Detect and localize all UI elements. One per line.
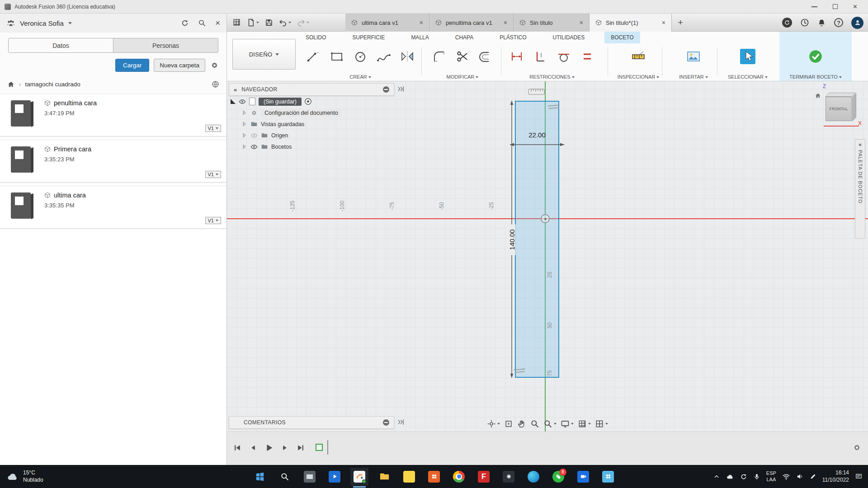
skip-to-end-button[interactable]	[295, 441, 307, 455]
tree-item-row[interactable]: Configuración del documento	[229, 107, 394, 118]
sync-icon[interactable]	[740, 473, 747, 480]
tree-item-label[interactable]: Bocetos	[271, 144, 292, 150]
sketch-origin-point[interactable]	[541, 214, 550, 223]
tree-item-row[interactable]: Bocetos	[229, 141, 394, 152]
timeline-playhead[interactable]	[327, 440, 328, 455]
root-component-name[interactable]: (Sin guardar)	[259, 98, 302, 106]
visibility-eye-icon[interactable]	[250, 143, 258, 150]
hide-comments-icon[interactable]	[383, 419, 389, 426]
camera-app-icon[interactable]	[574, 468, 592, 486]
offset-tool-icon[interactable]	[476, 45, 496, 68]
step-back-button[interactable]	[247, 441, 259, 455]
sketch-palette-strip[interactable]: « PALETA DE BOCETO	[855, 139, 865, 239]
tab-close-icon[interactable]: ×	[580, 19, 583, 26]
expand-palette-icon[interactable]: «	[859, 141, 862, 148]
file-title[interactable]: ultima cara	[54, 192, 86, 199]
new-folder-button[interactable]: Nueva carpeta	[154, 59, 205, 72]
data-settings-gear-icon[interactable]	[210, 61, 219, 70]
tray-expand-chevron-icon[interactable]	[713, 473, 720, 480]
upload-button[interactable]: Cargar	[115, 59, 149, 72]
wifi-icon[interactable]	[782, 473, 790, 481]
version-dropdown[interactable]: V1	[205, 171, 221, 178]
store-app-icon[interactable]	[599, 468, 617, 486]
taskbar-weather-widget[interactable]: 15°CNublado	[0, 465, 50, 488]
redo-button[interactable]	[297, 19, 309, 27]
view-cube[interactable]: Z FRONTAL X	[812, 81, 868, 132]
file-title[interactable]: penultima cara	[54, 99, 97, 107]
notifications-bell-icon[interactable]	[817, 19, 826, 27]
data-panel-toggle-icon[interactable]	[232, 18, 241, 27]
doc-tab[interactable]: ultima cara v1 ×	[345, 14, 429, 32]
expand-triangle-icon[interactable]	[241, 121, 247, 127]
home-icon[interactable]	[7, 80, 15, 88]
user-avatar[interactable]	[851, 17, 863, 29]
tab-close-icon[interactable]: ×	[504, 19, 507, 26]
view-cube-top-face[interactable]	[826, 93, 856, 97]
tab-plastico[interactable]: PLÁSTICO	[493, 32, 533, 43]
workspace-selector[interactable]: DISEÑO	[232, 39, 296, 70]
equal-constraint-icon[interactable]	[577, 45, 597, 68]
dock-comments-icon[interactable]	[397, 418, 405, 426]
tab-datos[interactable]: Datos	[9, 38, 113, 52]
version-dropdown[interactable]: V1	[205, 217, 221, 224]
group-label-modificar[interactable]: MODIFICAR	[447, 74, 475, 80]
fusion360-app-icon[interactable]	[350, 468, 368, 486]
hide-panel-icon[interactable]	[383, 86, 389, 93]
doc-tab-active[interactable]: Sin título*(1) ×	[590, 14, 672, 32]
tree-root-row[interactable]: (Sin guardar)	[229, 96, 394, 107]
version-dropdown[interactable]: V1	[205, 125, 221, 132]
taskbar-search-button[interactable]	[276, 468, 294, 486]
tab-chapa[interactable]: CHAPA	[449, 32, 480, 43]
globe-icon[interactable]	[212, 80, 219, 88]
tab-close-icon[interactable]: ×	[420, 19, 423, 26]
viewports-button[interactable]	[595, 419, 608, 428]
tree-item-label[interactable]: Vistas guardadas	[261, 121, 304, 127]
visibility-eye-off-icon[interactable]	[250, 132, 258, 139]
dimension-line-width[interactable]	[509, 142, 565, 147]
look-at-tool-button[interactable]	[504, 419, 513, 428]
collapse-panel-icon[interactable]: «	[234, 86, 237, 93]
taskbar-clock[interactable]: 16:1411/10/2022	[822, 469, 849, 483]
doc-tab[interactable]: penultima cara v1 ×	[429, 14, 514, 32]
step-forward-button[interactable]	[279, 441, 291, 455]
view-cube-front-face[interactable]: FRONTAL	[826, 97, 852, 121]
tab-solido[interactable]: SOLIDO	[299, 32, 332, 43]
list-item[interactable]: ultima cara 3:35:35 PM V1	[0, 186, 226, 229]
finish-sketch-icon[interactable]	[806, 45, 826, 68]
undo-button[interactable]	[279, 19, 291, 27]
help-icon[interactable]: ?	[834, 18, 843, 27]
sticky-notes-app-icon[interactable]	[400, 468, 418, 486]
fillet-tool-icon[interactable]	[429, 45, 449, 68]
minimize-button[interactable]	[811, 6, 817, 7]
movies-app-icon[interactable]	[326, 468, 344, 486]
task-view-app-icon[interactable]	[301, 468, 319, 486]
user-caret-icon[interactable]	[68, 22, 72, 24]
insert-image-tool-icon[interactable]	[684, 45, 703, 68]
file-explorer-icon[interactable]	[375, 468, 393, 486]
dimension-width-value[interactable]: 22.00	[521, 131, 553, 139]
view-cube-side-face[interactable]	[852, 93, 856, 122]
pen-icon[interactable]	[810, 473, 816, 480]
list-item[interactable]: penultima cara 3:47:19 PM V1	[0, 94, 226, 136]
whatsapp-app-icon[interactable]: 8	[549, 468, 567, 486]
tab-personas[interactable]: Personas	[113, 38, 218, 52]
tab-boceto[interactable]: BOCETO	[604, 32, 640, 43]
trim-tool-icon[interactable]	[453, 45, 472, 68]
notification-center-icon[interactable]	[855, 473, 863, 480]
dimension-height-value[interactable]: 140.00	[508, 225, 516, 255]
rectangle-tool-icon[interactable]	[327, 45, 347, 68]
dock-panel-icon[interactable]	[397, 85, 405, 93]
sketch-dimension-tool-icon[interactable]	[507, 45, 527, 68]
group-label-crear[interactable]: CREAR	[349, 74, 367, 80]
tree-item-label[interactable]: Configuración del documento	[261, 109, 342, 117]
doc-tab[interactable]: Sin título ×	[514, 14, 590, 32]
pan-tool-button[interactable]	[517, 419, 526, 428]
circle-tool-icon[interactable]	[350, 45, 370, 68]
group-label-terminar[interactable]: TERMINAR BOCETO	[789, 74, 838, 80]
start-button[interactable]	[251, 468, 269, 486]
breadcrumb-folder[interactable]: tamagochi cuadrado	[25, 81, 80, 88]
group-label-insertar[interactable]: INSERTAR	[679, 74, 704, 80]
refresh-icon[interactable]	[181, 19, 189, 27]
list-item[interactable]: Primera cara 3:35:23 PM V1	[0, 140, 226, 183]
tree-item-label[interactable]: Origen	[271, 132, 288, 139]
